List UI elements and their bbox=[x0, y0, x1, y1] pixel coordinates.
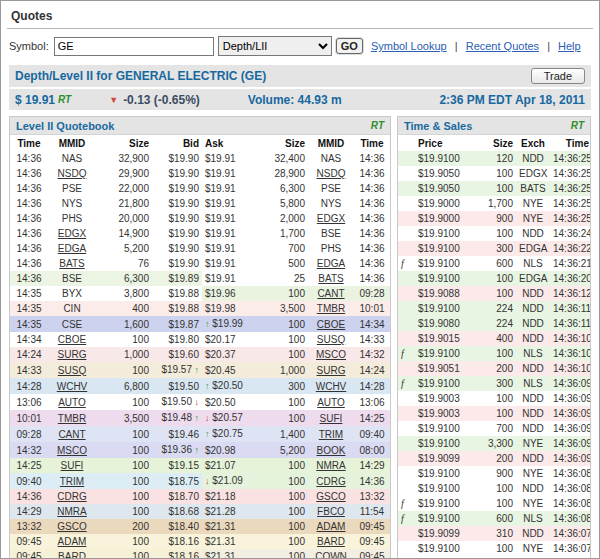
mmid-link[interactable]: NSDQ bbox=[58, 168, 87, 179]
mmid-link[interactable]: ADAM bbox=[58, 536, 87, 547]
ask-mmid-cell: COWN bbox=[308, 549, 354, 559]
mmid-link[interactable]: CBOE bbox=[317, 319, 345, 330]
bid-price: $18.40 bbox=[152, 519, 202, 534]
mmid-link[interactable]: SUFI bbox=[320, 413, 343, 424]
mmid-link[interactable]: AUTO bbox=[58, 397, 86, 408]
ask-mmid-cell: BATS bbox=[308, 271, 354, 286]
level2-row: 14:32MSCO100$19.36 ↑$20.985,200BOOK08:00 bbox=[10, 442, 390, 458]
trade-price: $19.9000 bbox=[410, 196, 474, 211]
symbol-lookup-link[interactable]: Symbol Lookup bbox=[371, 40, 447, 52]
ask-time: 14:36 bbox=[354, 196, 390, 211]
mmid-link[interactable]: TRIM bbox=[319, 429, 343, 440]
mmid-link[interactable]: BOOK bbox=[317, 445, 346, 456]
mmid-link[interactable]: FBCO bbox=[317, 506, 345, 517]
ask-size: 100 bbox=[258, 549, 308, 559]
mmid-link[interactable]: CDRG bbox=[316, 476, 345, 487]
trade-size: 3,300 bbox=[474, 436, 516, 451]
mmid-link[interactable]: ADAM bbox=[317, 521, 346, 532]
ask-mmid-cell: NAS bbox=[308, 151, 354, 166]
trade-flag: f bbox=[398, 511, 410, 526]
ask-price: $19.91 bbox=[202, 256, 258, 271]
trade-time: 14:36:12 bbox=[550, 286, 591, 301]
ask-size: 100 bbox=[258, 410, 308, 426]
mmid-link[interactable]: EDGX bbox=[58, 228, 86, 239]
recent-quotes-link[interactable]: Recent Quotes bbox=[466, 40, 539, 52]
mmid-label: NAS bbox=[62, 153, 83, 164]
mmid-link[interactable]: SUFI bbox=[61, 460, 84, 471]
ask-size: 100 bbox=[258, 458, 308, 473]
mmid-link[interactable]: BATS bbox=[59, 258, 84, 269]
trade-flag bbox=[398, 181, 410, 196]
mmid-link[interactable]: MSCO bbox=[57, 445, 87, 456]
ask-size: 700 bbox=[258, 241, 308, 256]
bid-price: $19.46 bbox=[152, 426, 202, 442]
bid-size: 100 bbox=[96, 549, 152, 559]
trade-size: 310 bbox=[474, 526, 516, 541]
mmid-link[interactable]: EDGA bbox=[58, 243, 86, 254]
level2-header-row: Time MMID Size Bid Ask Size MMID Time bbox=[10, 135, 390, 151]
help-link[interactable]: Help bbox=[558, 40, 581, 52]
last-price: $ 19.91 bbox=[15, 93, 55, 107]
ask-size: 1,400 bbox=[258, 426, 308, 442]
mmid-link[interactable]: NMRA bbox=[316, 460, 345, 471]
go-button[interactable]: GO bbox=[336, 38, 363, 54]
bid-size: 100 bbox=[96, 442, 152, 458]
mmid-link[interactable]: SURG bbox=[317, 365, 346, 376]
mmid-link[interactable]: TMBR bbox=[317, 303, 345, 314]
bid-time: 10:01 bbox=[10, 410, 48, 426]
ask-time: 09:28 bbox=[354, 286, 390, 301]
trade-price: $19.9099 bbox=[410, 526, 474, 541]
mmid-link[interactable]: WCHV bbox=[57, 381, 88, 392]
mmid-link[interactable]: BARD bbox=[58, 551, 86, 559]
ask-time: 14:34 bbox=[354, 316, 390, 332]
trade-time: 14:36:09 bbox=[550, 421, 591, 436]
mmid-link[interactable]: TRIM bbox=[60, 476, 84, 487]
mmid-link[interactable]: WCHV bbox=[316, 381, 347, 392]
mmid-link[interactable]: GSCO bbox=[316, 491, 345, 502]
bid-time: 14:35 bbox=[10, 316, 48, 332]
bid-size: 100 bbox=[96, 394, 152, 410]
ask-mmid-cell: SURG bbox=[308, 362, 354, 378]
ask-size: 100 bbox=[258, 332, 308, 347]
mmid-link[interactable]: NSDQ bbox=[317, 168, 346, 179]
bid-time: 14:36 bbox=[10, 181, 48, 196]
mmid-link[interactable]: EDGA bbox=[317, 258, 345, 269]
mmid-link[interactable]: EDGX bbox=[317, 213, 345, 224]
mmid-link[interactable]: GSCO bbox=[57, 521, 86, 532]
trade-time: 14:36:08 bbox=[550, 496, 591, 511]
trade-price: $19.9051 bbox=[410, 361, 474, 376]
mmid-link[interactable]: SURG bbox=[58, 349, 87, 360]
trade-flag bbox=[398, 226, 410, 241]
mmid-link[interactable]: SUSQ bbox=[58, 365, 86, 376]
trade-time: 14:36:10 bbox=[550, 346, 591, 361]
mmid-link[interactable]: CBOE bbox=[58, 334, 86, 345]
col-bid-mmid: MMID bbox=[48, 135, 96, 151]
mmid-link[interactable]: CANT bbox=[317, 288, 344, 299]
mmid-link[interactable]: CANT bbox=[58, 429, 85, 440]
mmid-link[interactable]: BARD bbox=[317, 536, 345, 547]
trade-size: 700 bbox=[474, 421, 516, 436]
bid-mmid-cell: GSCO bbox=[48, 519, 96, 534]
quote-type-select[interactable]: Depth/LII bbox=[218, 36, 332, 56]
level2-row: 14:28WCHV6,800$19.50 ↑ $20.50300WCHV14:2… bbox=[10, 378, 390, 394]
bid-size: 100 bbox=[96, 504, 152, 519]
col-bid: Bid bbox=[152, 135, 202, 151]
arrow-up-icon: ↑ bbox=[192, 365, 199, 375]
bid-size: 100 bbox=[96, 489, 152, 504]
ask-time: 14:28 bbox=[354, 378, 390, 394]
mmid-link[interactable]: COWN bbox=[315, 551, 347, 559]
symbol-input[interactable] bbox=[54, 37, 214, 56]
trade-button[interactable]: Trade bbox=[531, 68, 585, 84]
mmid-link[interactable]: BATS bbox=[318, 273, 343, 284]
mmid-link[interactable]: MSCO bbox=[316, 349, 346, 360]
mmid-link[interactable]: TMBR bbox=[58, 413, 86, 424]
ask-size: 3,500 bbox=[258, 301, 308, 316]
ask-size: 100 bbox=[258, 473, 308, 489]
tns-row: $19.9100300EDGA14:36:22 bbox=[398, 241, 591, 256]
mmid-link[interactable]: SUSQ bbox=[317, 334, 345, 345]
mmid-link[interactable]: CDRG bbox=[57, 491, 86, 502]
mmid-link[interactable]: AUTO bbox=[317, 397, 345, 408]
ask-mmid-cell: BSE bbox=[308, 226, 354, 241]
bid-time: 14:36 bbox=[10, 196, 48, 211]
mmid-link[interactable]: NMRA bbox=[57, 506, 86, 517]
